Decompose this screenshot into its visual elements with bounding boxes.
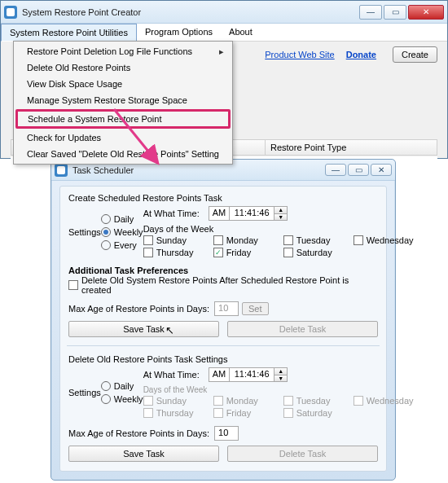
main-title-bar: System Restore Point Creator — ▭ ✕ [1, 1, 447, 24]
time-up-icon[interactable]: ▲ [274, 207, 287, 214]
scheduler-window: Task Scheduler — ▭ ✕ Create Scheduled Re… [51, 159, 396, 481]
maxage-label-2: Max Age of Restore Points in Days: [68, 428, 209, 438]
main-title: System Restore Point Creator [22, 7, 358, 17]
delete-task-heading: Delete Old Restore Points Task Settings [68, 354, 378, 364]
chk-delete-after[interactable]: Delete Old System Restore Points After S… [68, 275, 378, 295]
days-label: Days of the Week [143, 224, 424, 234]
close-button[interactable]: ✕ [408, 5, 444, 20]
donate-link[interactable]: Donate [346, 50, 376, 59]
window-controls: — ▭ ✕ [358, 5, 444, 20]
chk-sunday[interactable]: Sunday [143, 235, 213, 245]
days-label-2: Days of the Week [143, 385, 424, 394]
dd-log-functions[interactable]: Restore Point Deletion Log File Function… [15, 43, 231, 59]
product-site-link[interactable]: Product Web Site [265, 50, 334, 59]
chk-sunday-2: Sunday [143, 396, 213, 406]
maximize-button[interactable]: ▭ [384, 5, 406, 20]
time-down-icon-2[interactable]: ▼ [274, 375, 287, 382]
maxage-label-1: Max Age of Restore Points in Days: [68, 304, 209, 314]
chk-monday-2: Monday [213, 396, 283, 406]
sched-minimize-button[interactable]: — [325, 164, 346, 176]
settings-label: Settings [68, 227, 101, 237]
time-picker-2[interactable]: AM 11:41:46 ▲▼ [209, 367, 288, 382]
chk-tuesday-2: Tuesday [283, 396, 354, 406]
dd-storage-space[interactable]: Manage System Restore Storage Space [15, 92, 231, 108]
settings-label-2: Settings [68, 388, 101, 397]
chk-friday[interactable]: Friday [213, 248, 283, 257]
set-button[interactable]: Set [242, 302, 269, 315]
menu-about[interactable]: About [221, 24, 261, 41]
col-type-header: Restore Point Type [266, 140, 437, 155]
create-button[interactable]: Create [393, 46, 437, 63]
time-picker[interactable]: AM 11:41:46 ▲▼ [209, 206, 288, 221]
chk-saturday-2: Saturday [283, 408, 354, 418]
radio-weekly[interactable]: Weekly [101, 227, 143, 237]
maxage-input-1[interactable]: 10 [214, 301, 239, 316]
minimize-button[interactable]: — [359, 5, 382, 20]
dd-check-updates[interactable]: Check for Updates [15, 130, 231, 146]
delete-task-button-1[interactable]: Delete Task [227, 321, 378, 337]
scheduler-title: Task Scheduler [72, 165, 323, 175]
chk-wednesday-2: Wednesday [354, 396, 424, 406]
chk-monday[interactable]: Monday [213, 235, 283, 245]
chk-friday-2: Friday [213, 408, 283, 418]
radio-daily-2[interactable]: Daily [101, 381, 143, 391]
time-up-icon-2[interactable]: ▲ [274, 368, 287, 375]
time-down-icon[interactable]: ▼ [274, 214, 287, 221]
chk-wednesday[interactable]: Wednesday [354, 235, 424, 245]
chk-thursday[interactable]: Thursday [143, 248, 213, 257]
menu-options[interactable]: Program Options [137, 24, 221, 41]
chk-thursday-2: Thursday [143, 408, 213, 418]
dd-clear-saved[interactable]: Clear Saved "Delete Old Restore Points" … [15, 146, 231, 162]
menu-bar: System Restore Point Utilities Program O… [1, 24, 447, 42]
menu-utilities[interactable]: System Restore Point Utilities [1, 24, 137, 42]
maxage-input-2[interactable]: 10 [214, 426, 239, 441]
create-task-heading: Create Scheduled Restore Points Task [68, 193, 378, 203]
pref-heading: Additional Task Preferences [68, 266, 378, 275]
cursor-icon: ↖ [165, 324, 174, 336]
radio-daily[interactable]: Daily [101, 214, 143, 224]
radio-every[interactable]: Every [101, 240, 143, 250]
sched-maximize-button[interactable]: ▭ [348, 164, 369, 176]
radio-weekly-2[interactable]: Weekly [101, 394, 143, 404]
chk-saturday[interactable]: Saturday [283, 248, 354, 257]
dd-schedule[interactable]: Schedule a System Restore Point [15, 109, 231, 129]
time-label: At What Time: [143, 209, 209, 218]
sched-close-button[interactable]: ✕ [371, 164, 392, 176]
save-task-button-1[interactable]: Save Task ↖ [68, 321, 219, 337]
time-label-2: At What Time: [143, 370, 209, 380]
save-task-button-2[interactable]: Save Task [68, 446, 219, 462]
utilities-dropdown: Restore Point Deletion Log File Function… [13, 41, 233, 165]
chk-tuesday[interactable]: Tuesday [283, 235, 354, 245]
scheduler-icon [55, 164, 68, 177]
dd-disk-usage[interactable]: View Disk Space Usage [15, 76, 231, 92]
dd-delete-old[interactable]: Delete Old Restore Points [15, 59, 231, 76]
app-icon [4, 6, 17, 19]
delete-task-button-2[interactable]: Delete Task [227, 446, 378, 462]
scheduler-body: Create Scheduled Restore Points Task Set… [59, 186, 387, 472]
